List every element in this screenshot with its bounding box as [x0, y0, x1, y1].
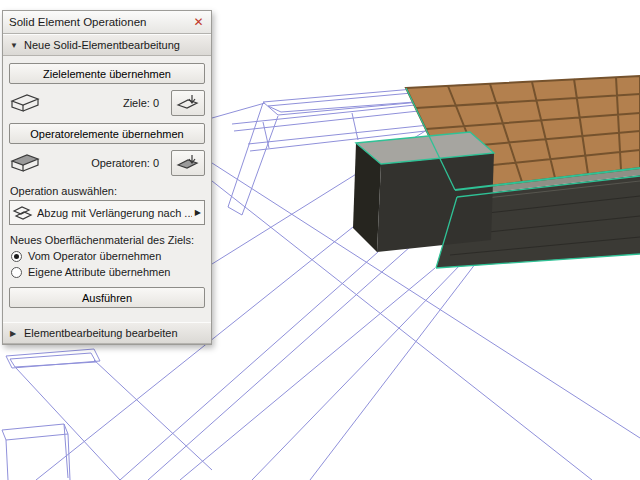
panel-body: Zielelemente übernehmen Ziele: 0 Operato… [3, 56, 211, 322]
target-elements-icon [9, 91, 43, 115]
section-label-edit-operation: Elementbearbeitung bearbeiten [24, 327, 178, 339]
collapse-right-icon: ▶ [10, 329, 18, 338]
operators-count-label: Operatoren: 0 [43, 157, 171, 169]
dropdown-arrow-icon: ▶ [195, 208, 201, 217]
radio-from-operator-label: Vom Operator übernehmen [28, 250, 161, 262]
execute-wrap: Ausführen [9, 287, 205, 308]
radio-row-from-operator[interactable]: Vom Operator übernehmen [11, 250, 205, 262]
take-operator-elements-button[interactable]: Operatorelemente übernehmen [9, 123, 205, 144]
radio-row-own-attributes[interactable]: Eigene Attribute übernehmen [11, 266, 205, 278]
operation-dropdown[interactable]: Abzug mit Verlängerung nach ... ▶ [9, 200, 205, 225]
panel-titlebar[interactable]: Solid Element Operationen ✕ [3, 11, 211, 34]
radio-own-attributes[interactable] [11, 267, 22, 278]
section-label-new-operation: Neue Solid-Elementbearbeitung [24, 39, 180, 51]
pick-targets-icon-button[interactable] [171, 90, 205, 116]
pick-targets-icon [176, 93, 200, 113]
section-header-edit-operation[interactable]: ▶ Elementbearbeitung bearbeiten [3, 322, 211, 344]
step-solid [353, 132, 494, 252]
operation-select-label: Operation auswählen: [10, 185, 205, 197]
targets-count-label: Ziele: 0 [43, 97, 171, 109]
operators-row: Operatoren: 0 [9, 150, 205, 176]
operation-icon [12, 204, 34, 222]
panel-title: Solid Element Operationen [9, 16, 189, 28]
close-icon[interactable]: ✕ [189, 13, 208, 32]
targets-row: Ziele: 0 [9, 90, 205, 116]
step-front-face [377, 153, 494, 252]
wireframe-frame-corner [2, 424, 68, 440]
pick-operators-icon [176, 153, 200, 173]
section-header-new-operation[interactable]: ▼ Neue Solid-Elementbearbeitung [3, 34, 211, 56]
collapse-down-icon: ▼ [10, 41, 18, 50]
material-label: Neues Oberflächenmaterial des Ziels: [10, 234, 205, 246]
execute-button[interactable]: Ausführen [9, 287, 205, 308]
solid-element-operations-panel: Solid Element Operationen ✕ ▼ Neue Solid… [2, 10, 212, 345]
pick-operators-icon-button[interactable] [171, 150, 205, 176]
operator-elements-icon [9, 151, 43, 175]
operation-dropdown-value: Abzug mit Verlängerung nach ... [37, 207, 192, 219]
radio-from-operator[interactable] [11, 251, 22, 262]
radio-own-attributes-label: Eigene Attribute übernehmen [28, 266, 171, 278]
take-target-elements-button[interactable]: Zielelemente übernehmen [9, 63, 205, 84]
